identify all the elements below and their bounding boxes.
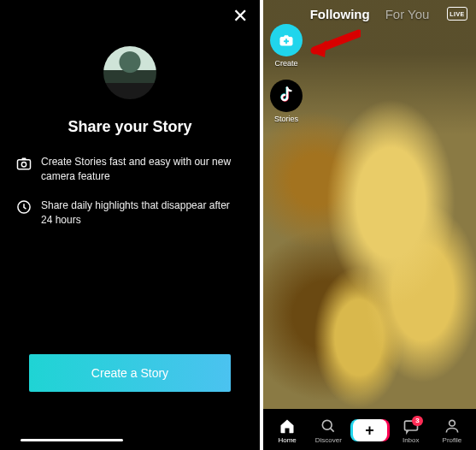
nav-profile[interactable]: Profile [432, 417, 473, 444]
tiktok-icon [278, 86, 295, 105]
home-indicator [21, 439, 123, 441]
nav-label: Home [278, 436, 296, 444]
stories-label: Stories [274, 115, 298, 123]
feature-item: Create Stories fast and easy with our ne… [41, 155, 243, 185]
feature-list: Create Stories fast and easy with our ne… [0, 155, 260, 228]
stories-action[interactable]: Stories [270, 80, 303, 123]
nav-label: Discover [315, 436, 342, 444]
svg-rect-0 [18, 160, 31, 169]
avatar [103, 46, 156, 99]
svg-point-4 [323, 420, 332, 429]
nav-post[interactable]: + [349, 419, 390, 441]
profile-icon [444, 417, 461, 435]
plus-icon: + [365, 423, 374, 438]
feature-text: Create Stories fast and easy with our ne… [41, 156, 231, 182]
side-actions: Create Stories [270, 24, 303, 135]
camera-icon [15, 155, 32, 172]
create-label: Create [274, 59, 297, 68]
cta-label: Create a Story [91, 366, 168, 380]
stories-circle [270, 80, 303, 112]
create-story-button[interactable]: Create a Story [29, 354, 231, 392]
live-label: LIVE [450, 11, 465, 17]
create-circle [270, 24, 303, 56]
bottom-nav: Home Discover + 3 Inbox Profile [263, 409, 476, 450]
nav-label: Inbox [403, 436, 420, 444]
post-button: + [353, 419, 387, 441]
search-icon [320, 417, 337, 435]
feed-screen: Following For You LIVE Create [263, 0, 476, 450]
home-icon [279, 417, 296, 435]
inbox-badge: 3 [412, 416, 422, 426]
svg-point-1 [21, 163, 26, 167]
page-title: Share your Story [0, 118, 260, 136]
feature-item: Share daily highlights that disappear af… [41, 198, 243, 228]
nav-label: Profile [443, 436, 462, 444]
clock-icon [15, 198, 32, 216]
tab-following[interactable]: Following [310, 7, 370, 21]
story-onboarding-screen: ✕ Share your Story Create Stories fast a… [0, 0, 260, 450]
nav-discover[interactable]: Discover [308, 417, 349, 444]
camera-plus-icon [279, 34, 294, 47]
nav-inbox[interactable]: 3 Inbox [391, 417, 432, 444]
tab-foryou[interactable]: For You [385, 7, 430, 21]
svg-point-6 [450, 420, 455, 426]
close-icon[interactable]: ✕ [232, 7, 248, 26]
feature-text: Share daily highlights that disappear af… [41, 199, 230, 226]
live-button[interactable]: LIVE [447, 7, 467, 21]
feed-tabs: Following For You [263, 7, 476, 21]
nav-home[interactable]: Home [267, 417, 308, 444]
story-content: Share your Story Create Stories fast and… [0, 0, 260, 228]
create-action[interactable]: Create [270, 24, 303, 68]
